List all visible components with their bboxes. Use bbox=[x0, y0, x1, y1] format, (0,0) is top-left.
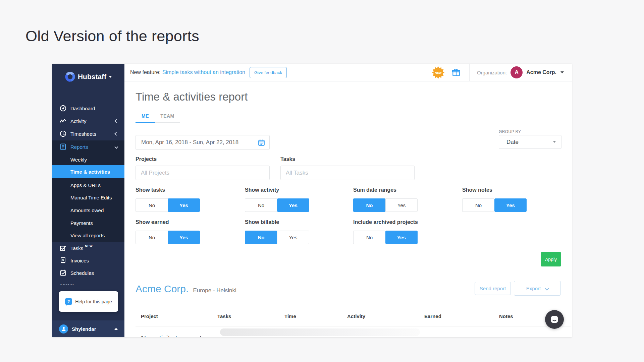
toggle-sum-date-ranges: No Yes bbox=[353, 198, 418, 212]
toggle-show-tasks: No Yes bbox=[136, 198, 200, 212]
new-feature-link[interactable]: Simple tasks without an integration bbox=[162, 69, 245, 75]
toggle-no-button[interactable]: No bbox=[245, 198, 277, 212]
obscured-section-label: ADMIN bbox=[60, 283, 74, 285]
sidebar-item-label: Time & activities bbox=[70, 169, 110, 175]
toggle-show-billable: No Yes bbox=[245, 231, 309, 244]
toggle-no-button[interactable]: No bbox=[353, 231, 385, 244]
group-by-select[interactable]: Date bbox=[499, 135, 561, 149]
topbar: New feature:Simple tasks without an inte… bbox=[124, 64, 572, 81]
chevron-down-icon bbox=[114, 145, 118, 148]
toggle-no-button[interactable]: No bbox=[136, 198, 168, 212]
sidebar-item-payments[interactable]: Payments bbox=[52, 217, 124, 229]
sidebar-item-label: Weekly bbox=[70, 157, 87, 163]
dashboard-icon bbox=[60, 105, 66, 112]
sum-date-ranges-label: Sum date ranges bbox=[353, 187, 396, 193]
organization-avatar[interactable]: A bbox=[511, 66, 523, 78]
sidebar-item-apps-urls[interactable]: Apps & URLs bbox=[52, 179, 124, 191]
sidebar-item-label: Tasks bbox=[70, 245, 83, 251]
new-badge-text: NEW bbox=[435, 71, 442, 74]
select-caret-down-icon bbox=[553, 141, 556, 143]
timesheets-icon bbox=[60, 130, 66, 137]
column-header-notes: Notes bbox=[499, 313, 513, 319]
app-window: Hubstaff Dashboard Activity bbox=[52, 64, 572, 337]
toggle-include-archived-projects: No Yes bbox=[353, 231, 418, 244]
sidebar-item-label: Schedules bbox=[70, 270, 94, 276]
calendar-icon bbox=[258, 139, 265, 146]
date-range-value: Mon, Apr 16, 2018 - Sun, Apr 22, 2018 bbox=[141, 139, 238, 146]
show-tasks-label: Show tasks bbox=[136, 187, 165, 193]
user-name: Shylendar bbox=[72, 326, 96, 332]
group-by-value: Date bbox=[506, 139, 519, 145]
toggle-no-button[interactable]: No bbox=[136, 231, 168, 244]
chevron-left-icon bbox=[114, 132, 118, 135]
sidebar-user-menu[interactable]: Shylendar bbox=[52, 320, 124, 337]
sidebar-item-weekly[interactable]: Weekly bbox=[52, 153, 124, 166]
toggle-yes-button[interactable]: Yes bbox=[385, 198, 418, 212]
sidebar-item-dashboard[interactable]: Dashboard bbox=[52, 102, 124, 115]
report-title: Time & activities report bbox=[136, 90, 248, 103]
page-title: Old Version of the reports bbox=[25, 27, 199, 45]
send-report-button[interactable]: Send report bbox=[475, 282, 511, 295]
toggle-yes-button[interactable]: Yes bbox=[168, 198, 200, 212]
sidebar-item-reports[interactable]: Reports bbox=[52, 140, 124, 153]
toggle-no-button[interactable]: No bbox=[353, 198, 385, 212]
sidebar: Hubstaff Dashboard Activity bbox=[52, 64, 124, 337]
hubstaff-logo-text: Hubstaff bbox=[78, 73, 106, 81]
toggle-yes-button[interactable]: Yes bbox=[494, 198, 527, 212]
column-header-earned: Earned bbox=[424, 313, 441, 319]
tab-me[interactable]: ME bbox=[136, 113, 155, 119]
sidebar-item-manual-time-edits[interactable]: Manual Time Edits bbox=[52, 191, 124, 204]
chat-launcher-button[interactable] bbox=[545, 310, 564, 329]
hubstaff-logo[interactable]: Hubstaff bbox=[52, 72, 124, 82]
sidebar-item-label: Timesheets bbox=[70, 131, 96, 137]
sidebar-item-label: Reports bbox=[70, 144, 88, 150]
sidebar-item-view-all-reports[interactable]: View all reports bbox=[52, 229, 124, 242]
user-avatar bbox=[59, 324, 68, 334]
results-org-name[interactable]: Acme Corp. bbox=[136, 283, 189, 295]
topbar-right: NEW Organization: A Acme Corp. bbox=[432, 64, 572, 81]
loading-skeleton-bar bbox=[220, 328, 420, 336]
organization-label: Organization: bbox=[477, 70, 507, 75]
sidebar-item-timesheets[interactable]: Timesheets bbox=[52, 127, 124, 140]
sidebar-item-amounts-owed[interactable]: Amounts owed bbox=[52, 204, 124, 217]
toggle-yes-button[interactable]: Yes bbox=[385, 231, 418, 244]
column-header-activity: Activity bbox=[347, 313, 365, 319]
toggle-yes-button[interactable]: Yes bbox=[277, 231, 309, 244]
projects-input[interactable] bbox=[136, 166, 270, 180]
organization-name[interactable]: Acme Corp. bbox=[526, 69, 556, 75]
toggle-show-notes: No Yes bbox=[462, 198, 527, 212]
sidebar-item-activity[interactable]: Activity bbox=[52, 115, 124, 127]
gift-icon[interactable] bbox=[452, 68, 461, 77]
new-feature-prefix: New feature: bbox=[130, 69, 161, 75]
tasks-input[interactable] bbox=[280, 166, 415, 180]
empty-state-text: No activity to report bbox=[141, 334, 202, 337]
column-header-tasks: Tasks bbox=[217, 313, 231, 319]
new-feature-badge-icon[interactable]: NEW bbox=[432, 66, 444, 79]
toggle-no-button[interactable]: No bbox=[462, 198, 494, 212]
toggle-yes-button[interactable]: Yes bbox=[277, 198, 309, 212]
hubstaff-logo-icon bbox=[65, 72, 75, 82]
toggle-yes-button[interactable]: Yes bbox=[168, 231, 200, 244]
tab-team[interactable]: TEAM bbox=[155, 113, 180, 119]
date-range-picker[interactable]: Mon, Apr 16, 2018 - Sun, Apr 22, 2018 bbox=[136, 135, 270, 150]
give-feedback-button[interactable]: Give feedback bbox=[250, 67, 287, 78]
activity-icon bbox=[60, 118, 66, 124]
sidebar-item-schedules[interactable]: Schedules bbox=[52, 266, 124, 279]
sidebar-item-invoices[interactable]: $ Invoices bbox=[52, 254, 124, 267]
sidebar-item-label: Dashboard bbox=[70, 106, 95, 111]
show-notes-label: Show notes bbox=[462, 187, 492, 193]
schedules-icon bbox=[60, 269, 66, 276]
sidebar-item-label: Activity bbox=[70, 118, 87, 124]
sidebar-item-tasks[interactable]: Tasks NEW bbox=[52, 242, 124, 254]
caret-up-icon bbox=[114, 328, 118, 330]
sidebar-item-time-activities[interactable]: Time & activities bbox=[52, 165, 124, 178]
export-button[interactable]: Export bbox=[514, 281, 561, 296]
organization-caret-down-icon[interactable] bbox=[560, 71, 564, 73]
sidebar-item-label: View all reports bbox=[70, 233, 105, 238]
include-archived-projects-label: Include archived projects bbox=[353, 219, 418, 225]
chat-bubble-icon bbox=[550, 315, 559, 324]
help-tooltip[interactable]: ? Help for this page bbox=[59, 291, 118, 312]
sidebar-item-label: Apps & URLs bbox=[70, 182, 101, 188]
toggle-no-button[interactable]: No bbox=[245, 231, 277, 244]
apply-button[interactable]: Apply bbox=[541, 252, 561, 266]
